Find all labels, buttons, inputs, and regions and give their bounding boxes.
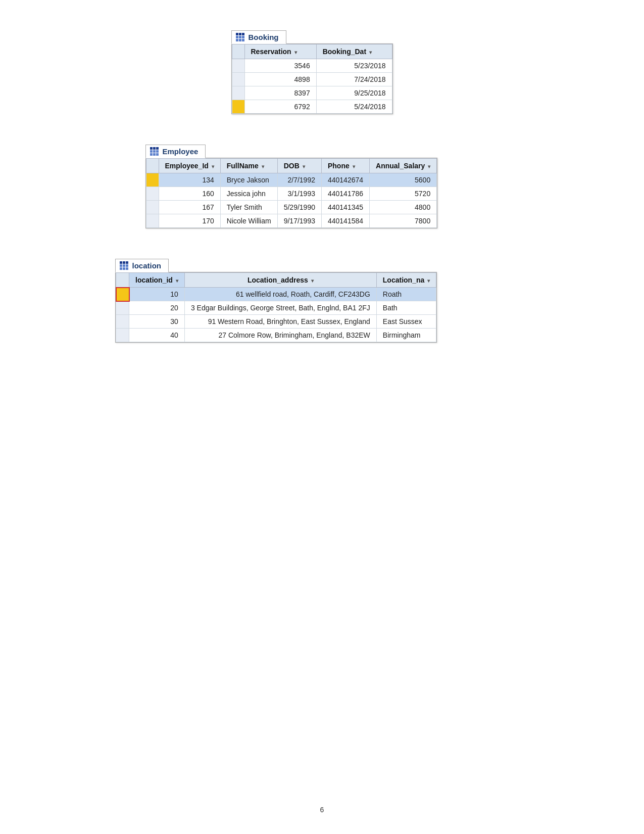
- employee-id-2: 160: [159, 187, 220, 201]
- location-id-3: 30: [129, 315, 185, 329]
- dob-sort-icon[interactable]: ▾: [303, 164, 305, 169]
- location-row: 10 61 wellfield road, Roath, Cardiff, CF…: [116, 288, 436, 301]
- employee-salary-2: 5720: [370, 187, 437, 201]
- location-row-indicator-1: [116, 288, 129, 301]
- location-tab-label: location: [132, 261, 162, 270]
- booking-row-indicator-3: [232, 86, 244, 100]
- location-address-1: 61 wellfield road, Roath, Cardiff, CF243…: [184, 288, 376, 301]
- location-name-3: East Sussex: [376, 315, 436, 329]
- employee-tab[interactable]: Employee: [145, 145, 206, 158]
- booking-row-indicator-2: [232, 73, 244, 86]
- employee-row-indicator-4: [146, 214, 159, 228]
- employee-dob-header[interactable]: DOB ▾: [277, 159, 321, 173]
- location-row-indicator-4: [116, 329, 129, 342]
- booking-data-table: Reservation ▾ Booking_Dat ▾ 3546 5/23/20…: [232, 44, 392, 114]
- location-id-header[interactable]: location_id ▾: [129, 273, 185, 288]
- booking-row: 8397 9/25/2018: [232, 86, 392, 100]
- employee-tab-icon: [150, 147, 159, 156]
- location-name-1: Roath: [376, 288, 436, 301]
- employee-row: 134 Bryce Jakson 2/7/1992 440142674 5600: [146, 173, 437, 187]
- booking-date-sort-icon[interactable]: ▾: [369, 50, 372, 55]
- location-header-row: location_id ▾ Location_address ▾ Locatio…: [116, 273, 436, 288]
- employee-dob-2: 3/1/1993: [277, 187, 321, 201]
- booking-reservation-header[interactable]: Reservation ▾: [244, 44, 316, 59]
- employee-dob-1: 2/7/1992: [277, 173, 321, 187]
- location-row-indicator-3: [116, 315, 129, 329]
- employee-fullname-2: Jessica john: [220, 187, 277, 201]
- location-indicator-header: [116, 273, 129, 288]
- location-row: 30 91 Western Road, Bringhton, East Suss…: [116, 315, 436, 329]
- booking-reservation-1: 3546: [244, 59, 316, 73]
- location-address-header[interactable]: Location_address ▾: [184, 273, 376, 288]
- employee-row: 160 Jessica john 3/1/1993 440141786 5720: [146, 187, 437, 201]
- page-number: 6: [320, 806, 324, 814]
- employee-dob-3: 5/29/1990: [277, 201, 321, 214]
- location-address-3: 91 Western Road, Bringhton, East Sussex,…: [184, 315, 376, 329]
- booking-reservation-3: 8397: [244, 86, 316, 100]
- location-table-widget: location location_id ▾ Location_address …: [115, 259, 529, 343]
- employee-id-1: 134: [159, 173, 220, 187]
- location-row-indicator-2: [116, 301, 129, 315]
- employee-salary-header[interactable]: Annual_Salary ▾: [370, 159, 437, 173]
- location-name-2: Bath: [376, 301, 436, 315]
- reservation-sort-icon[interactable]: ▾: [294, 50, 297, 55]
- location-data-table: location_id ▾ Location_address ▾ Locatio…: [116, 272, 437, 342]
- location-name-sort-icon[interactable]: ▾: [427, 278, 430, 284]
- employee-table-widget: Employee Employee_Id ▾ FullName ▾: [145, 145, 499, 228]
- location-address-sort-icon[interactable]: ▾: [311, 278, 314, 284]
- booking-date-2: 7/24/2018: [316, 73, 392, 86]
- employee-phone-header[interactable]: Phone ▾: [321, 159, 369, 173]
- employee-fullname-header[interactable]: FullName ▾: [220, 159, 277, 173]
- location-tab[interactable]: location: [115, 259, 169, 272]
- employee-fullname-3: Tyler Smith: [220, 201, 277, 214]
- booking-header-row: Reservation ▾ Booking_Dat ▾: [232, 44, 392, 59]
- location-tab-icon: [120, 261, 128, 270]
- employee-salary-3: 4800: [370, 201, 437, 214]
- employee-header-row: Employee_Id ▾ FullName ▾ DOB ▾ Phone: [146, 159, 437, 173]
- booking-date-3: 9/25/2018: [316, 86, 392, 100]
- booking-table-widget: Booking Reservation ▾ Booking_Dat ▾: [231, 30, 413, 114]
- employee-phone-1: 440142674: [321, 173, 369, 187]
- booking-table: Reservation ▾ Booking_Dat ▾ 3546 5/23/20…: [231, 43, 393, 114]
- location-table: location_id ▾ Location_address ▾ Locatio…: [115, 272, 437, 343]
- fullname-sort-icon[interactable]: ▾: [262, 164, 264, 169]
- employee-id-header[interactable]: Employee_Id ▾: [159, 159, 220, 173]
- employee-salary-1: 5600: [370, 173, 437, 187]
- location-address-4: 27 Colmore Row, Brimingham, England, B32…: [184, 329, 376, 342]
- booking-tab-icon: [236, 33, 244, 41]
- location-name-4: Birmingham: [376, 329, 436, 342]
- employee-dob-4: 9/17/1993: [277, 214, 321, 228]
- phone-sort-icon[interactable]: ▾: [353, 164, 355, 169]
- location-row: 20 3 Edgar Buildings, George Street, Bat…: [116, 301, 436, 315]
- employee-fullname-1: Bryce Jakson: [220, 173, 277, 187]
- booking-date-1: 5/23/2018: [316, 59, 392, 73]
- employee-id-3: 167: [159, 201, 220, 214]
- employee-tab-label: Employee: [163, 147, 199, 156]
- booking-indicator-header: [232, 44, 244, 59]
- booking-row-indicator-4: [232, 100, 244, 114]
- location-id-sort-icon[interactable]: ▾: [176, 278, 178, 284]
- employee-fullname-4: Nicole William: [220, 214, 277, 228]
- employee-row: 170 Nicole William 9/17/1993 440141584 7…: [146, 214, 437, 228]
- location-name-header[interactable]: Location_na ▾: [376, 273, 436, 288]
- booking-tab[interactable]: Booking: [231, 30, 286, 44]
- employee-salary-4: 7800: [370, 214, 437, 228]
- employee-row: 167 Tyler Smith 5/29/1990 440141345 4800: [146, 201, 437, 214]
- salary-sort-icon[interactable]: ▾: [428, 164, 430, 169]
- employee-phone-2: 440141786: [321, 187, 369, 201]
- employee-row-indicator-2: [146, 187, 159, 201]
- employee-table: Employee_Id ▾ FullName ▾ DOB ▾ Phone: [145, 158, 438, 228]
- booking-row: 3546 5/23/2018: [232, 59, 392, 73]
- booking-date-4: 5/24/2018: [316, 100, 392, 114]
- booking-reservation-2: 4898: [244, 73, 316, 86]
- booking-row-indicator-1: [232, 59, 244, 73]
- booking-row: 6792 5/24/2018: [232, 100, 392, 114]
- employee-phone-3: 440141345: [321, 201, 369, 214]
- booking-date-header[interactable]: Booking_Dat ▾: [316, 44, 392, 59]
- location-id-2: 20: [129, 301, 185, 315]
- location-address-2: 3 Edgar Buildings, George Street, Bath, …: [184, 301, 376, 315]
- booking-reservation-4: 6792: [244, 100, 316, 114]
- employee-id-sort-icon[interactable]: ▾: [212, 164, 214, 169]
- employee-id-4: 170: [159, 214, 220, 228]
- employee-indicator-header: [146, 159, 159, 173]
